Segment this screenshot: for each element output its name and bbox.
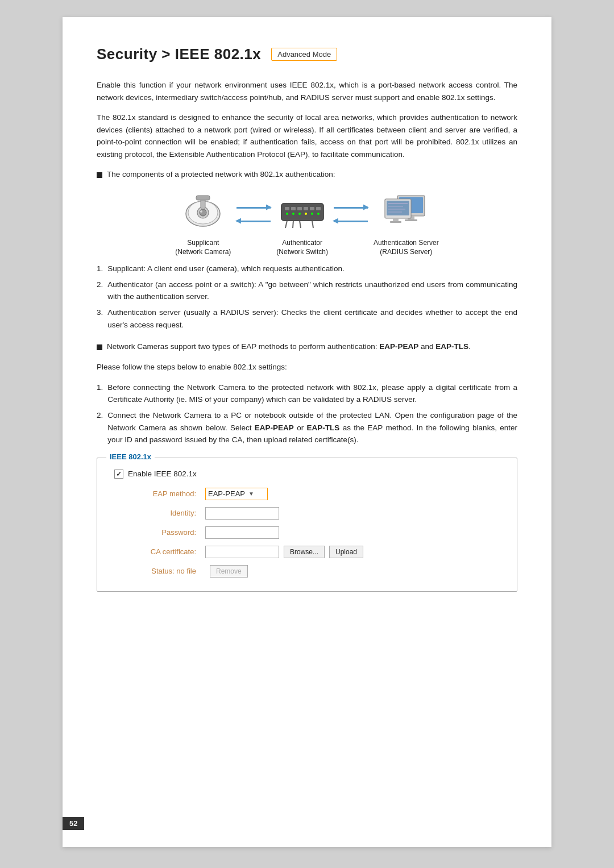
step-item-2: 2. Connect the Network Camera to a PC or…	[97, 409, 517, 446]
page-title: Security > IEEE 802.1x	[97, 45, 261, 63]
ca-cert-row: CA certificate: Browse... Upload	[114, 546, 500, 558]
diagram-supplicant-label: Supplicant(Network Camera)	[175, 238, 231, 258]
arrow-right-2	[334, 203, 368, 213]
enable-checkbox[interactable]	[114, 470, 123, 479]
bullet-icon-2	[97, 344, 102, 350]
diagram-supplicant: Supplicant(Network Camera)	[175, 190, 231, 258]
svg-rect-5	[196, 196, 210, 200]
diagram-authenticator: Authenticator(Network Switch)	[276, 190, 328, 258]
arrow-group-2	[334, 203, 368, 226]
enable-row: Enable IEEE 802.1x	[114, 470, 500, 479]
ieee-form-box: IEEE 802.1x Enable IEEE 802.1x EAP metho…	[97, 458, 517, 592]
list-num-3: 3.	[97, 306, 103, 331]
diagram-auth-server: Authentication Server(RADIUS Server)	[374, 190, 439, 258]
arrow-right-1	[237, 203, 271, 213]
svg-point-19	[317, 213, 320, 215]
svg-rect-35	[390, 221, 401, 223]
ca-cert-label: CA certificate:	[114, 547, 205, 556]
select-arrow-icon: ▼	[248, 491, 254, 497]
step-num-1: 1.	[97, 381, 103, 406]
components-bullet: The components of a protected network wi…	[97, 170, 517, 178]
svg-rect-27	[405, 219, 417, 221]
svg-line-21	[293, 221, 293, 228]
network-diagram: Supplicant(Network Camera)	[97, 190, 517, 258]
identity-row: Identity:	[114, 507, 500, 520]
svg-line-20	[285, 221, 287, 228]
svg-point-15	[292, 213, 294, 215]
arrow-group-1	[237, 203, 271, 226]
bullet-icon	[97, 172, 102, 178]
enable-label: Enable IEEE 802.1x	[128, 470, 197, 478]
advanced-mode-badge[interactable]: Advanced Mode	[271, 48, 337, 61]
server-icon	[380, 190, 432, 232]
svg-line-22	[300, 221, 301, 228]
intro-para1: Enable this function if your network env…	[97, 79, 517, 103]
eap-select-value: EAP-PEAP	[208, 489, 245, 498]
svg-rect-12	[310, 207, 314, 210]
numbered-list: 1. Supplicant: A client end user (camera…	[97, 263, 517, 331]
identity-input[interactable]	[205, 507, 279, 520]
list-item-3: 3. Authentication server (usually a RADI…	[97, 306, 517, 331]
svg-rect-29	[387, 201, 409, 215]
svg-point-14	[286, 213, 288, 215]
arrow-left-2	[334, 217, 368, 226]
list-num-1: 1.	[97, 263, 103, 275]
eap-method-label: EAP method:	[114, 489, 205, 498]
eap-bullet-text: Network Cameras support two types of EAP…	[107, 342, 471, 351]
upload-button[interactable]: Upload	[329, 546, 363, 558]
svg-point-3	[200, 209, 206, 216]
list-num-2: 2.	[97, 279, 103, 303]
password-input[interactable]	[205, 526, 279, 539]
svg-point-17	[305, 213, 307, 215]
svg-point-6	[200, 210, 202, 213]
browse-button[interactable]: Browse...	[284, 546, 325, 558]
svg-rect-11	[304, 207, 308, 210]
ieee-box-title: IEEE 802.1x	[106, 452, 155, 461]
page: Security > IEEE 802.1x Advanced Mode Ena…	[63, 17, 551, 847]
svg-point-16	[298, 213, 301, 215]
steps-list: 1. Before connecting the Network Camera …	[97, 381, 517, 446]
switch-icon	[277, 190, 328, 232]
svg-point-18	[311, 213, 313, 215]
status-row: Status: no file Remove	[114, 565, 500, 578]
list-text-3: Authentication server (usually a RADIUS …	[107, 306, 517, 331]
remove-button[interactable]: Remove	[210, 565, 248, 578]
step-text-2: Connect the Network Camera to a PC or no…	[107, 409, 517, 446]
password-row: Password:	[114, 526, 500, 539]
diagram-server-label: Authentication Server(RADIUS Server)	[374, 238, 439, 258]
svg-rect-8	[285, 207, 289, 210]
svg-rect-34	[393, 218, 399, 221]
arrow-left-1	[237, 217, 271, 226]
ca-cert-controls: Browse... Upload	[205, 546, 363, 558]
ca-cert-input[interactable]	[205, 546, 279, 558]
list-text-2: Authenticator (an access point or a swit…	[107, 279, 517, 303]
list-text-1: Supplicant: A client end user (camera), …	[107, 263, 344, 275]
status-label: Status: no file	[114, 567, 205, 575]
step-num-2: 2.	[97, 409, 103, 446]
step-item-1: 1. Before connecting the Network Camera …	[97, 381, 517, 406]
list-item-2: 2. Authenticator (an access point or a s…	[97, 279, 517, 303]
svg-rect-10	[297, 207, 302, 210]
steps-intro: Please follow the steps below to enable …	[97, 361, 517, 373]
svg-rect-13	[316, 207, 321, 210]
intro-para2: The 802.1x standard is designed to enhan…	[97, 111, 517, 160]
eap-method-select[interactable]: EAP-PEAP ▼	[205, 488, 268, 500]
svg-rect-9	[291, 207, 296, 210]
diagram-authenticator-label: Authenticator(Network Switch)	[276, 238, 328, 258]
svg-line-23	[312, 221, 313, 228]
password-label: Password:	[114, 528, 205, 537]
page-number: 52	[63, 817, 84, 830]
identity-label: Identity:	[114, 509, 205, 517]
step-text-1: Before connecting the Network Camera to …	[107, 381, 517, 406]
camera-icon	[177, 190, 229, 232]
eap-method-row: EAP method: EAP-PEAP ▼	[114, 488, 500, 500]
svg-rect-7	[281, 203, 323, 221]
list-item-1: 1. Supplicant: A client end user (camera…	[97, 263, 517, 275]
eap-bullet: Network Cameras support two types of EAP…	[97, 342, 517, 351]
page-header: Security > IEEE 802.1x Advanced Mode	[97, 45, 517, 63]
